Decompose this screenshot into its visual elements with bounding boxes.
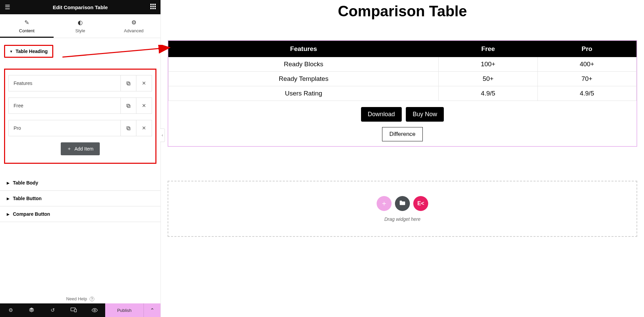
tab-label: Content — [19, 28, 35, 33]
buy-now-button[interactable]: Buy Now — [406, 107, 444, 122]
download-button[interactable]: Download — [361, 107, 402, 122]
plus-icon: ＋ — [67, 146, 72, 152]
drop-hint: Drag widget here — [384, 216, 421, 222]
caret-down-icon: ▼ — [10, 50, 13, 53]
col-header: Free — [439, 41, 537, 57]
svg-rect-6 — [150, 8, 152, 9]
panel-title: Edit Comparison Table — [53, 4, 108, 10]
svg-rect-4 — [152, 6, 154, 7]
template-library-button[interactable] — [395, 196, 410, 211]
svg-rect-13 — [128, 127, 130, 130]
preview-button[interactable] — [84, 303, 105, 317]
eye-icon — [92, 307, 98, 313]
collapse-panel-button[interactable]: ‹ — [160, 128, 165, 142]
contrast-icon: ◐ — [54, 19, 107, 26]
cell: 4.9/5 — [439, 86, 537, 101]
page-title: Comparison Table — [168, 3, 637, 20]
add-section-button[interactable]: ＋ — [377, 196, 392, 211]
difference-button[interactable]: Difference — [382, 127, 422, 141]
plus-icon: ＋ — [381, 199, 387, 208]
col-header: Pro — [537, 41, 636, 57]
section-table-heading[interactable]: ▼ Table Heading — [6, 47, 51, 56]
heading-item[interactable]: Features ✕ — [8, 75, 152, 91]
duplicate-icon[interactable] — [120, 120, 136, 136]
svg-rect-7 — [152, 8, 154, 9]
duplicate-icon[interactable] — [120, 75, 136, 91]
section-table-body[interactable]: ▶Table Body — [0, 175, 160, 191]
tabs: ✎ Content ◐ Style ⚙ Advanced — [0, 14, 160, 38]
heading-item-label: Features — [9, 81, 120, 86]
menu-icon[interactable]: ☰ — [5, 3, 10, 11]
chevron-up-icon: ⌃ — [150, 307, 154, 314]
elementskit-button[interactable]: E< — [413, 196, 428, 211]
comparison-table: Features Free Pro Ready Blocks 100+ 400+… — [168, 41, 637, 101]
pencil-icon: ✎ — [0, 19, 54, 26]
close-icon[interactable]: ✕ — [136, 120, 152, 136]
tab-label: Advanced — [124, 28, 144, 33]
section-label: Table Body — [13, 180, 38, 186]
need-help-link[interactable]: Need Help ? — [0, 293, 160, 303]
drop-zone[interactable]: ＋ E< Drag widget here — [168, 181, 637, 237]
svg-rect-11 — [128, 105, 130, 108]
gear-icon: ⚙ — [107, 19, 160, 26]
close-icon[interactable]: ✕ — [136, 75, 152, 91]
svg-rect-10 — [127, 82, 130, 84]
svg-rect-5 — [154, 6, 156, 7]
heading-item[interactable]: Free ✕ — [8, 98, 152, 114]
section-label: Table Button — [13, 196, 42, 201]
section-compare-button[interactable]: ▶Compare Button — [0, 207, 160, 222]
sidebar-footer: ⚙ ↺ Publish ⌃ — [0, 303, 160, 317]
cell: Users Rating — [169, 86, 439, 101]
sections-scroll: ▼ Table Heading Features ✕ Free ✕ Pr — [0, 38, 160, 293]
svg-rect-0 — [150, 4, 152, 5]
editor-sidebar: ☰ Edit Comparison Table ✎ Content ◐ Styl… — [0, 0, 161, 317]
heading-items-list: Features ✕ Free ✕ Pro ✕ ＋ Add Item — [4, 69, 156, 164]
cell: 70+ — [537, 72, 636, 86]
tab-advanced[interactable]: ⚙ Advanced — [107, 14, 160, 38]
layers-icon — [29, 307, 34, 314]
add-item-label: Add Item — [74, 146, 93, 152]
comparison-table-widget[interactable]: Features Free Pro Ready Blocks 100+ 400+… — [168, 40, 637, 147]
folder-icon — [399, 199, 406, 207]
navigator-button[interactable] — [21, 303, 42, 317]
caret-right-icon: ▶ — [7, 197, 10, 200]
gear-icon: ⚙ — [8, 307, 13, 313]
history-button[interactable]: ↺ — [42, 303, 63, 317]
cell: 400+ — [537, 57, 636, 72]
table-row: Users Rating 4.9/5 4.9/5 — [169, 86, 637, 101]
table-buttons: Download Buy Now — [168, 107, 637, 122]
duplicate-icon[interactable] — [120, 98, 136, 113]
heading-item-label: Pro — [9, 125, 120, 131]
add-item-button[interactable]: ＋ Add Item — [61, 142, 99, 155]
settings-button[interactable]: ⚙ — [0, 303, 21, 317]
publish-label: Publish — [117, 308, 132, 313]
publish-button[interactable]: Publish — [105, 303, 144, 317]
tab-content[interactable]: ✎ Content — [0, 14, 54, 38]
close-icon[interactable]: ✕ — [136, 98, 152, 113]
cell: 4.9/5 — [537, 86, 636, 101]
cell: 50+ — [439, 72, 537, 86]
table-row: Ready Templates 50+ 70+ — [169, 72, 637, 86]
heading-item[interactable]: Pro ✕ — [8, 120, 152, 136]
preview-canvas: ‹ Comparison Table Features Free Pro Rea… — [161, 0, 644, 317]
svg-rect-14 — [127, 126, 130, 129]
caret-right-icon: ▶ — [7, 181, 10, 185]
tab-label: Style — [75, 28, 85, 33]
responsive-button[interactable] — [63, 303, 84, 317]
publish-options-button[interactable]: ⌃ — [144, 303, 160, 317]
svg-rect-16 — [74, 309, 76, 312]
widgets-grid-icon[interactable] — [150, 4, 156, 11]
tab-style[interactable]: ◐ Style — [54, 14, 107, 38]
history-icon: ↺ — [51, 307, 55, 313]
svg-rect-1 — [152, 4, 154, 5]
chevron-left-icon: ‹ — [162, 133, 163, 138]
section-table-button[interactable]: ▶Table Button — [0, 191, 160, 206]
svg-rect-9 — [128, 83, 130, 85]
help-icon: ? — [90, 297, 94, 301]
svg-rect-3 — [150, 6, 152, 7]
ek-icon: E< — [417, 200, 424, 207]
sidebar-header: ☰ Edit Comparison Table — [0, 0, 160, 14]
col-header: Features — [169, 41, 439, 57]
svg-rect-2 — [154, 4, 156, 5]
section-label: Table Heading — [16, 49, 48, 54]
